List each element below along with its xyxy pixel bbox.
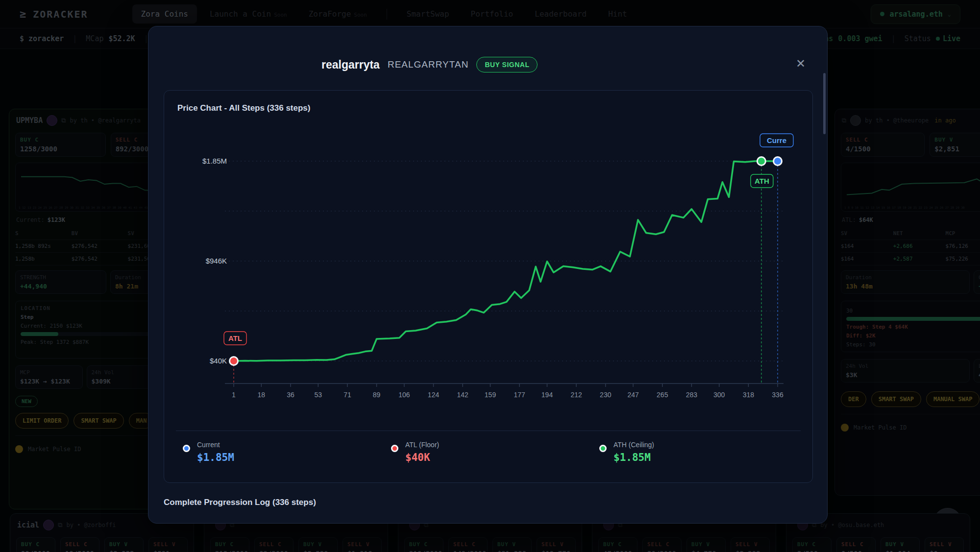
svg-text:ATL: ATL (228, 334, 242, 342)
svg-text:230: 230 (600, 391, 612, 399)
svg-text:1: 1 (232, 391, 236, 399)
token-detail-modal: realgarryta REALGARRYTAN BUY SIGNAL ✕ Pr… (148, 26, 828, 524)
svg-text:159: 159 (485, 391, 496, 399)
progression-log-title: Complete Progression Log (336 steps) (164, 498, 316, 507)
svg-text:247: 247 (627, 391, 639, 399)
svg-text:$946K: $946K (206, 257, 227, 265)
svg-text:106: 106 (398, 391, 410, 399)
svg-text:283: 283 (686, 391, 698, 399)
svg-text:Curre: Curre (767, 136, 786, 144)
svg-text:212: 212 (570, 391, 582, 399)
token-logo-text: realgarryta (321, 58, 380, 72)
svg-text:300: 300 (713, 391, 725, 399)
svg-text:36: 36 (287, 391, 294, 399)
close-icon[interactable]: ✕ (792, 55, 809, 72)
ath-dot-icon (599, 445, 607, 452)
svg-text:ATH: ATH (755, 177, 769, 185)
atl-dot-icon (391, 445, 398, 452)
svg-text:124: 124 (428, 391, 440, 399)
svg-text:142: 142 (457, 391, 469, 399)
token-title: REALGARRYTAN (388, 59, 468, 70)
legend-atl: ATL (Floor)$40K (384, 441, 592, 463)
svg-text:194: 194 (541, 391, 553, 399)
svg-text:89: 89 (373, 391, 381, 399)
price-chart-card: Price Chart - All Steps (336 steps) $1.8… (164, 90, 813, 483)
svg-text:336: 336 (772, 391, 784, 399)
modal-header: realgarryta REALGARRYTAN BUY SIGNAL (321, 57, 538, 72)
chart-title: Price Chart - All Steps (336 steps) (177, 103, 310, 113)
legend-ath: ATH (Ceiling)$1.85M (592, 441, 801, 463)
modal-scrollbar-thumb[interactable] (823, 73, 826, 134)
svg-text:18: 18 (258, 391, 266, 399)
chart-legend: Current$1.85M ATL (Floor)$40K ATH (Ceili… (176, 431, 801, 463)
svg-text:53: 53 (315, 391, 322, 399)
svg-text:71: 71 (343, 391, 351, 399)
current-dot-icon (183, 445, 190, 452)
svg-text:$40K: $40K (210, 357, 227, 365)
price-chart: $1.85M$946K$40K1183653718910612414215917… (176, 124, 803, 414)
svg-text:265: 265 (657, 391, 668, 399)
svg-text:177: 177 (514, 391, 525, 399)
svg-text:318: 318 (743, 391, 755, 399)
legend-current: Current$1.85M (176, 441, 384, 463)
svg-text:$1.85M: $1.85M (202, 157, 227, 165)
buy-signal-badge: BUY SIGNAL (476, 57, 538, 72)
